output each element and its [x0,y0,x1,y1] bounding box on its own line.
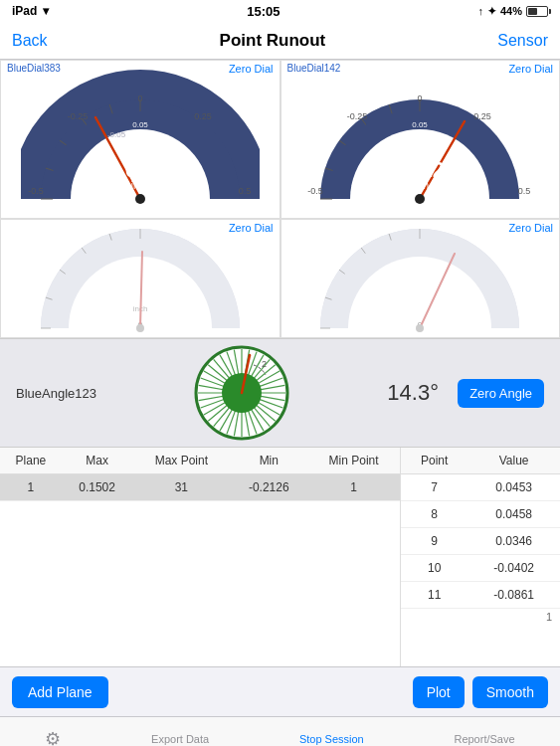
svg-text:0.5: 0.5 [518,186,531,196]
arrow-up-icon: ↑ [477,5,483,17]
nav-item-settings[interactable]: ⚙ [45,728,61,747]
col-header-min: Min [230,448,307,474]
col-header-max: Max [62,448,132,474]
svg-text:inch: inch [131,180,149,191]
zero-dial-2-button[interactable]: Zero Dial [508,63,553,75]
status-right: ↑ ✦ 44% [477,5,548,18]
svg-point-75 [416,324,424,332]
gauges-bottom-row: Zero Dial 0 [0,219,560,338]
gauge-3-display: 0 inch [1,220,280,337]
svg-text:0.05: 0.05 [412,120,428,129]
cell-point-8: 8 [401,501,467,528]
col-header-max-point: Max Point [132,448,230,474]
col-header-value: Value [467,448,560,474]
status-time: 15:05 [247,4,280,19]
svg-text:0.25: 0.25 [194,111,212,121]
smooth-button[interactable]: Smooth [472,676,548,708]
table-row[interactable]: 8 0.0458 [401,501,560,528]
svg-text:0: 0 [137,93,142,103]
angle-value: 14.3° [378,380,448,406]
nav-bar: Back Point Runout Sensor [0,22,560,60]
carrier-text: iPad [12,4,37,18]
cell-value-10: -0.0402 [467,555,560,582]
table-footer: 1 [401,609,560,625]
cell-min: -0.2126 [230,474,307,501]
zero-dial-4-button[interactable]: Zero Dial [508,222,553,234]
nav-item-stop-session[interactable]: Stop Session [299,733,364,745]
svg-text:0.5: 0.5 [238,186,251,196]
gauge-1: BlueDial383 Zero Dial [0,60,280,219]
table-row[interactable]: 9 0.0346 [401,528,560,555]
svg-text:inch: inch [411,180,429,191]
cell-value-9: 0.0346 [467,528,560,555]
gauge-2-label: BlueDial142 [287,63,341,74]
cell-point-11: 11 [401,582,467,609]
gauge-1-label: BlueDial383 [7,63,61,74]
angle-dial: 2 [115,345,368,441]
nav-export-label: Export Data [151,733,209,745]
cell-min-point: 1 [307,474,400,501]
table-row[interactable]: 10 -0.0402 [401,555,560,582]
plot-button[interactable]: Plot [413,676,465,708]
col-header-plane: Plane [0,448,62,474]
right-table: Point Value 7 0.0453 8 0.0458 9 0.0346 [401,448,560,666]
zero-dial-3-button[interactable]: Zero Dial [229,222,274,234]
gauge-3: Zero Dial 0 [0,219,280,338]
table-row[interactable]: 11 -0.0861 [401,582,560,609]
svg-text:-0.5: -0.5 [307,186,323,196]
sensor-button[interactable]: Sensor [497,32,548,50]
gauge-4-display: 0 [281,220,560,337]
svg-text:-0.05: -0.05 [107,130,126,139]
zero-dial-1-button[interactable]: Zero Dial [229,63,274,75]
angle-sensor-label: BlueAngle123 [16,386,105,401]
gauge-1-display: -0.5 -0.25 0 0.25 0.5 0.05 -0.05 0.0340 … [1,61,280,218]
svg-text:-0.25: -0.25 [67,111,88,121]
svg-text:0.05: 0.05 [132,120,148,129]
cell-value-8: 0.0458 [467,501,560,528]
svg-text:2: 2 [262,359,267,369]
gear-icon: ⚙ [45,728,61,747]
cell-max: 0.1502 [62,474,132,501]
add-plane-button[interactable]: Add Plane [12,676,108,708]
svg-text:-0.2126: -0.2126 [383,157,458,182]
gauge-4: Zero Dial 0 [280,219,561,338]
svg-text:0.0340: 0.0340 [106,157,173,182]
bluetooth-icon: ✦ [487,5,496,18]
gauge-2: BlueDial142 Zero Dial [280,60,561,219]
table-row[interactable]: 7 0.0453 [401,474,560,501]
zero-angle-button[interactable]: Zero Angle [458,379,544,408]
cell-plane: 1 [0,474,62,501]
nav-item-report[interactable]: Report/Save [454,733,514,745]
cell-point-7: 7 [401,474,467,501]
svg-point-42 [415,194,425,204]
battery-percent: 44% [500,5,522,17]
status-left: iPad ▾ [12,4,49,18]
table-row[interactable]: 1 0.1502 31 -0.2126 1 [0,474,400,501]
col-header-point: Point [401,448,467,474]
tables-section: Plane Max Max Point Min Min Point 1 0.15… [0,448,560,666]
col-header-min-point: Min Point [307,448,400,474]
svg-point-20 [135,194,145,204]
gauges-top-row: BlueDial383 Zero Dial [0,60,560,219]
cell-max-point: 31 [132,474,230,501]
status-bar: iPad ▾ 15:05 ↑ ✦ 44% [0,0,560,22]
nav-stop-label: Stop Session [299,733,364,745]
cell-point-10: 10 [401,555,467,582]
gauge-2-display: -0.5 -0.25 0 0.25 0.5 0.05 -0.2126 inch [281,61,560,218]
page-title: Point Runout [220,31,326,51]
svg-text:0: 0 [418,93,423,103]
svg-text:-0.5: -0.5 [28,186,44,196]
battery-icon [526,6,548,17]
svg-point-60 [136,324,144,332]
bottom-toolbar: Add Plane Plot Smooth [0,666,560,716]
bottom-nav: ⚙ Export Data Stop Session Report/Save [0,716,560,746]
cell-point-9: 9 [401,528,467,555]
nav-item-export[interactable]: Export Data [151,733,209,745]
back-button[interactable]: Back [12,32,48,50]
svg-text:0.25: 0.25 [473,111,491,121]
cell-value-11: -0.0861 [467,582,560,609]
svg-text:-0.25: -0.25 [347,111,368,121]
cell-value-7: 0.0453 [467,474,560,501]
left-table: Plane Max Max Point Min Min Point 1 0.15… [0,448,401,666]
angle-section: BlueAngle123 [0,338,560,448]
